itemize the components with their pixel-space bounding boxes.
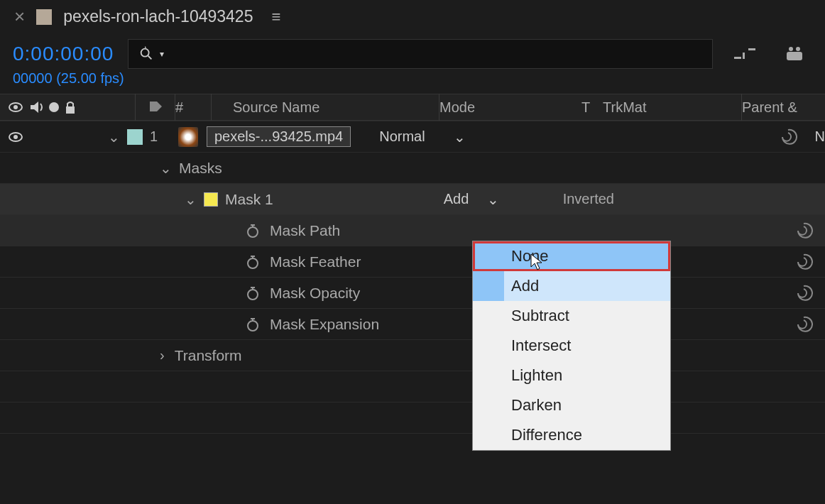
layer-twirl-icon[interactable]: ⌄: [108, 128, 120, 146]
svg-point-5: [789, 47, 793, 51]
stopwatch-icon[interactable]: [245, 285, 261, 301]
graph-editor-icon[interactable]: [727, 45, 763, 62]
mode-option-lighten[interactable]: Lighten: [473, 361, 670, 390]
render-queue-icon[interactable]: [777, 45, 812, 63]
mode-option-subtract[interactable]: Subtract: [473, 301, 670, 331]
framerate-label[interactable]: 00000 (25.00 fps): [0, 70, 825, 94]
expression-pickwhip-icon[interactable]: [794, 315, 813, 334]
svg-point-14: [248, 227, 258, 237]
mask-expansion-row[interactable]: Mask Expansion: [0, 308, 825, 339]
tab-color-chip: [36, 9, 52, 25]
sourcename-column-header[interactable]: Source Name: [233, 99, 319, 115]
mask-path-row[interactable]: Mask Path: [0, 214, 825, 246]
timeline-search-input[interactable]: ▾: [128, 39, 713, 69]
timeline-column-header: # Source Name Mode T TrkMat Parent &: [0, 94, 825, 121]
solo-column-icon[interactable]: [48, 102, 60, 113]
stopwatch-icon[interactable]: [245, 317, 261, 332]
current-time-field[interactable]: 0:00:00:00: [13, 43, 114, 65]
parent-value[interactable]: N: [815, 128, 825, 145]
transform-twirl-icon[interactable]: ›: [160, 347, 165, 363]
expression-pickwhip-icon[interactable]: [794, 284, 813, 302]
masks-group-label: Masks: [179, 160, 222, 177]
empty-row: [0, 433, 825, 464]
mask-feather-row[interactable]: Mask Feather: [0, 246, 825, 277]
svg-rect-2: [734, 57, 741, 59]
close-tab-icon[interactable]: ×: [14, 6, 25, 28]
mask-opacity-row[interactable]: Mask Opacity: [0, 277, 825, 308]
search-dropdown-arrow[interactable]: ▾: [160, 49, 164, 59]
svg-rect-11: [66, 106, 75, 114]
layer-thumb-icon: [178, 127, 198, 147]
mask-opacity-label: Mask Opacity: [270, 285, 360, 302]
svg-point-23: [248, 321, 258, 331]
mode-option-darken[interactable]: Darken: [473, 390, 670, 420]
svg-point-10: [49, 102, 59, 112]
layer-name-field[interactable]: pexels-...93425.mp4: [207, 126, 351, 147]
mode-option-add[interactable]: Add: [473, 271, 670, 301]
expression-pickwhip-icon[interactable]: [794, 221, 813, 240]
index-column-header[interactable]: #: [175, 99, 183, 115]
mask-expansion-label: Mask Expansion: [270, 316, 379, 333]
svg-point-9: [13, 105, 18, 109]
svg-point-6: [796, 47, 800, 51]
empty-row: [0, 371, 825, 402]
masks-twirl-icon[interactable]: ⌄: [160, 160, 172, 177]
parent-pickwhip-icon[interactable]: [779, 128, 797, 146]
svg-point-17: [248, 258, 258, 268]
label-column-icon[interactable]: [148, 99, 163, 115]
svg-point-13: [13, 135, 18, 139]
mask-row[interactable]: ⌄ Mask 1 Add ⌄ Inverted: [0, 183, 825, 214]
chevron-down-icon: ⌄: [487, 191, 499, 208]
mask-color-swatch[interactable]: [204, 192, 218, 207]
composition-tab-title[interactable]: pexels-ron-lach-10493425: [63, 7, 253, 26]
masks-group-row[interactable]: ⌄ Masks: [0, 152, 825, 183]
transform-group-label: Transform: [175, 347, 242, 364]
mode-column-header[interactable]: Mode: [439, 99, 475, 115]
transform-group-row[interactable]: › Transform: [0, 339, 825, 371]
mask-mode-value: Add: [444, 191, 469, 207]
mode-option-none[interactable]: None: [473, 241, 670, 271]
expression-pickwhip-icon[interactable]: [794, 253, 813, 271]
layer-index: 1: [150, 128, 178, 145]
svg-rect-4: [748, 48, 755, 50]
video-column-icon[interactable]: [7, 101, 24, 114]
stopwatch-icon[interactable]: [245, 223, 261, 239]
mask-name-label[interactable]: Mask 1: [225, 191, 273, 208]
layer-color-swatch[interactable]: [127, 129, 143, 145]
mode-option-intersect[interactable]: Intersect: [473, 331, 670, 361]
audio-column-icon[interactable]: [28, 100, 44, 114]
layer-blend-mode-dropdown[interactable]: Normal ⌄: [371, 128, 498, 146]
layer-row[interactable]: ⌄ 1 pexels-...93425.mp4 Normal ⌄ N: [0, 121, 825, 152]
mask-mode-dropdown[interactable]: Add ⌄: [435, 191, 542, 208]
svg-point-20: [248, 290, 258, 300]
lock-column-icon[interactable]: [64, 100, 77, 114]
trkmat-column-header[interactable]: TrkMat: [603, 99, 646, 115]
svg-point-0: [141, 49, 149, 57]
layer-visibility-icon[interactable]: [7, 131, 24, 143]
stopwatch-icon[interactable]: [245, 254, 261, 270]
svg-rect-3: [743, 53, 745, 59]
svg-line-1: [148, 56, 152, 60]
svg-rect-7: [787, 52, 802, 60]
panel-menu-icon[interactable]: ≡: [271, 8, 280, 26]
mode-option-difference[interactable]: Difference: [473, 420, 670, 450]
mask-mode-menu: None Add Subtract Intersect Lighten Dark…: [472, 241, 671, 451]
trackmatte-t-header[interactable]: T: [581, 99, 590, 115]
mask-path-label: Mask Path: [270, 222, 340, 239]
mask-inverted-label[interactable]: Inverted: [563, 191, 614, 207]
mask-feather-label: Mask Feather: [270, 253, 361, 270]
mask-twirl-icon[interactable]: ⌄: [185, 191, 197, 208]
search-icon: [138, 46, 154, 62]
chevron-down-icon: ⌄: [454, 128, 466, 146]
empty-row: [0, 402, 825, 433]
parent-column-header[interactable]: Parent &: [742, 99, 797, 115]
layer-mode-value: Normal: [379, 128, 425, 145]
